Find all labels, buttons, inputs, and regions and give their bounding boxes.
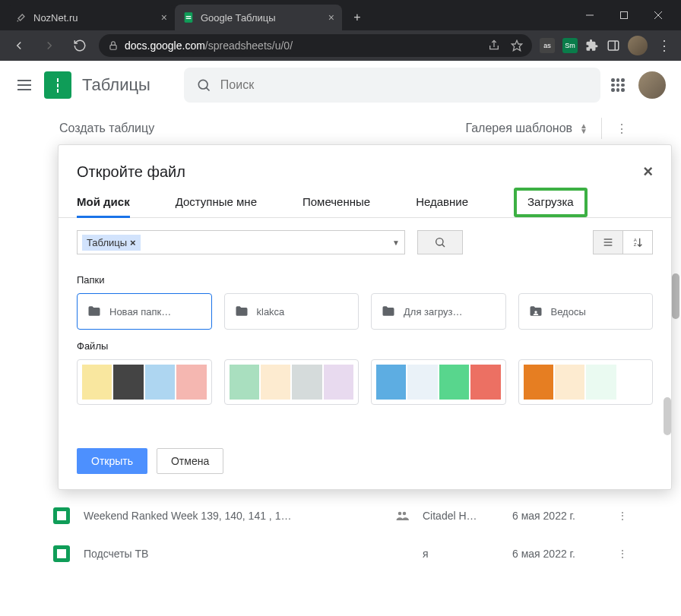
open-file-dialog-container: Откройте файл × Мой диск Доступные мне П… bbox=[58, 144, 672, 506]
open-button[interactable]: Открыть bbox=[77, 448, 147, 474]
profile-avatar[interactable] bbox=[628, 36, 648, 55]
tab-close-icon[interactable]: × bbox=[161, 11, 167, 24]
url-bar[interactable]: docs.google.com/spreadsheets/u/0/ bbox=[99, 34, 532, 57]
file-thumbnail[interactable] bbox=[224, 359, 360, 405]
folder-item[interactable]: Ведосы bbox=[518, 293, 654, 330]
window-close[interactable] bbox=[641, 0, 675, 30]
svg-point-18 bbox=[403, 512, 407, 516]
templates-header: Создать таблицу Галерея шаблонов ▲▼ ⋮ bbox=[0, 109, 681, 147]
lock-icon bbox=[108, 40, 119, 51]
chip-remove-icon[interactable]: × bbox=[130, 237, 136, 248]
folder-item[interactable]: Новая папк… bbox=[77, 293, 212, 330]
sidebar-icon[interactable] bbox=[607, 39, 620, 52]
dialog-footer: Открыть Отмена bbox=[59, 438, 671, 489]
tab-starred[interactable]: Помеченные bbox=[302, 195, 387, 217]
file-thumbnail[interactable] bbox=[371, 359, 506, 405]
forward-button[interactable] bbox=[38, 34, 61, 57]
filter-chip[interactable]: Таблицы × bbox=[82, 235, 141, 251]
gallery-button[interactable]: Галерея шаблонов ▲▼ bbox=[465, 122, 588, 135]
file-row[interactable]: Подсчеты ТВ я 6 мая 2022 г. ⋮ bbox=[53, 535, 628, 573]
shared-icon bbox=[395, 509, 409, 523]
search-button[interactable] bbox=[417, 230, 463, 254]
folder-row: Новая папк… klakca Для загруз… Ведосы bbox=[77, 293, 653, 330]
folder-item[interactable]: Для загруз… bbox=[371, 293, 506, 330]
svg-rect-7 bbox=[110, 45, 116, 49]
shared-folder-icon bbox=[528, 304, 543, 319]
updown-icon: ▲▼ bbox=[580, 123, 588, 134]
dialog-tabs: Мой диск Доступные мне Помеченные Недавн… bbox=[59, 195, 671, 218]
sort-button[interactable]: AZ bbox=[622, 230, 653, 254]
browser-tab-1[interactable]: Google Таблицы × bbox=[175, 5, 342, 30]
tab-my-drive[interactable]: Мой диск bbox=[77, 195, 147, 217]
svg-rect-6 bbox=[186, 18, 192, 19]
browser-tabstrip: NozNet.ru × Google Таблицы × + bbox=[0, 0, 567, 30]
star-icon[interactable] bbox=[511, 39, 523, 52]
chevron-down-icon[interactable]: ▼ bbox=[392, 239, 400, 247]
files-heading: Файлы bbox=[77, 340, 653, 352]
apps-icon[interactable] bbox=[611, 78, 625, 92]
search-box[interactable] bbox=[184, 68, 600, 103]
extension-icon[interactable]: Sm bbox=[562, 38, 578, 53]
svg-text:A: A bbox=[634, 238, 637, 242]
folder-item[interactable]: klakca bbox=[224, 293, 360, 330]
chrome-menu[interactable]: ⋮ bbox=[655, 37, 673, 54]
svg-point-19 bbox=[436, 239, 443, 245]
row-more-icon[interactable]: ⋮ bbox=[617, 510, 628, 522]
tab-recent[interactable]: Недавние bbox=[416, 195, 485, 217]
sheets-file-icon bbox=[53, 545, 70, 562]
dialog-scrollbar[interactable] bbox=[664, 397, 671, 435]
url-text: docs.google.com/spreadsheets/u/0/ bbox=[125, 39, 293, 52]
file-owner: Citadel H… bbox=[423, 510, 499, 522]
list-icon bbox=[602, 236, 614, 248]
list-view-button[interactable] bbox=[593, 230, 623, 254]
sheets-icon bbox=[182, 11, 195, 24]
file-name: Weekend Ranked Week 139, 140, 141 , 1… bbox=[84, 510, 382, 522]
svg-marker-9 bbox=[512, 40, 521, 50]
browser-tab-0[interactable]: NozNet.ru × bbox=[8, 5, 175, 30]
recent-files-list: Weekend Ranked Week 139, 140, 141 , 1… C… bbox=[0, 497, 681, 573]
reload-button[interactable] bbox=[68, 34, 91, 57]
file-thumbnail[interactable] bbox=[77, 359, 212, 405]
user-avatar[interactable] bbox=[638, 71, 666, 99]
extension-icon[interactable]: as bbox=[540, 38, 555, 53]
svg-point-17 bbox=[398, 512, 402, 516]
folder-label: Новая папк… bbox=[109, 306, 171, 317]
share-icon[interactable] bbox=[488, 39, 500, 52]
browser-toolbar: docs.google.com/spreadsheets/u/0/ as Sm … bbox=[0, 30, 681, 61]
filter-select[interactable]: Таблицы × ▼ bbox=[77, 230, 405, 254]
tab-upload[interactable]: Загрузка bbox=[514, 188, 588, 217]
tab-title: NozNet.ru bbox=[33, 12, 155, 24]
svg-rect-10 bbox=[608, 41, 619, 50]
gallery-label: Галерея шаблонов bbox=[465, 122, 572, 135]
more-options[interactable]: ⋮ bbox=[616, 122, 628, 136]
sheets-logo[interactable] bbox=[44, 71, 71, 99]
svg-point-15 bbox=[198, 80, 207, 89]
folder-icon bbox=[234, 304, 249, 319]
cancel-button[interactable]: Отмена bbox=[157, 448, 223, 474]
back-button[interactable] bbox=[8, 34, 30, 57]
svg-point-27 bbox=[534, 311, 537, 313]
tab-shared[interactable]: Доступные мне bbox=[176, 195, 274, 217]
file-thumbnail[interactable] bbox=[518, 359, 654, 405]
file-grid bbox=[77, 359, 653, 405]
search-input[interactable] bbox=[220, 78, 588, 92]
dialog-body: Папки Новая папк… klakca Для загруз… bbox=[59, 261, 671, 438]
svg-rect-1 bbox=[620, 12, 627, 19]
new-tab-button[interactable]: + bbox=[347, 7, 368, 28]
view-toggle: AZ bbox=[594, 230, 653, 254]
sort-az-icon: AZ bbox=[632, 236, 644, 248]
puzzle-icon[interactable] bbox=[585, 39, 599, 52]
close-icon[interactable]: × bbox=[643, 162, 653, 182]
window-maximize[interactable] bbox=[607, 0, 641, 30]
search-icon bbox=[434, 236, 446, 248]
hamburger-icon[interactable] bbox=[15, 76, 33, 94]
file-name: Подсчеты ТВ bbox=[84, 548, 382, 560]
app-name: Таблицы bbox=[82, 75, 150, 95]
window-minimize[interactable] bbox=[572, 0, 607, 30]
chip-label: Таблицы bbox=[87, 237, 127, 248]
tab-close-icon[interactable]: × bbox=[328, 11, 334, 24]
file-owner: я bbox=[423, 548, 499, 560]
row-more-icon[interactable]: ⋮ bbox=[617, 548, 628, 560]
tab-title: Google Таблицы bbox=[201, 12, 322, 24]
scrollbar[interactable] bbox=[672, 273, 679, 319]
